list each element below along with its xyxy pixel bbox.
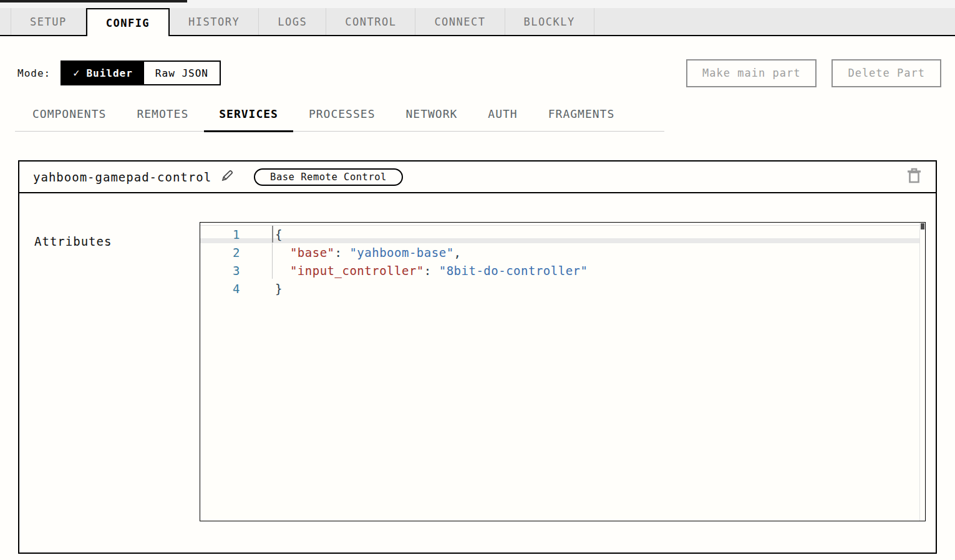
- edit-name-button[interactable]: [220, 169, 234, 185]
- config-page: { "colors": { "accent_black": "#000000",…: [0, 0, 955, 560]
- editor-scrollbar[interactable]: [919, 223, 925, 521]
- check-icon: ✓: [73, 67, 80, 79]
- code-text: "input_controller": "8bit-do-controller": [240, 262, 588, 280]
- tab-logs[interactable]: LOGS: [259, 8, 326, 35]
- config-tab-processes[interactable]: PROCESSES: [309, 107, 376, 131]
- delete-service-button[interactable]: [906, 167, 922, 186]
- code-text: }: [240, 280, 283, 298]
- config-tab-fragments[interactable]: FRAGMENTS: [548, 107, 615, 131]
- service-name: yahboom-gamepad-control: [33, 170, 211, 184]
- config-tab-services[interactable]: SERVICES: [204, 107, 293, 132]
- config-tab-network[interactable]: NETWORK: [405, 107, 457, 131]
- mode-row: Mode: ✓ Builder Raw JSON Make main part …: [17, 59, 941, 87]
- tab-history[interactable]: HISTORY: [170, 8, 259, 35]
- line-number: 1: [200, 226, 240, 244]
- mode-builder-option[interactable]: ✓ Builder: [62, 62, 144, 84]
- service-type-label: Base Remote Control: [270, 171, 387, 183]
- delete-part-button[interactable]: Delete Part: [831, 59, 941, 87]
- tab-control[interactable]: CONTROL: [326, 8, 415, 35]
- indent-guide: [272, 243, 273, 279]
- make-main-part-button[interactable]: Make main part: [686, 59, 817, 87]
- json-punct: ,: [454, 246, 462, 259]
- json-indent: [275, 264, 290, 278]
- code-text: {: [240, 226, 283, 244]
- tab-connect[interactable]: CONNECT: [415, 8, 505, 35]
- text-cursor: [272, 226, 273, 243]
- tab-setup[interactable]: SETUP: [11, 8, 86, 35]
- mode-raw-json-label: Raw JSON: [155, 67, 208, 79]
- json-value: "yahboom-base": [349, 246, 453, 259]
- editor-lines: 1 { 2 "base": "yahboom-base", 3 "input_c…: [200, 223, 925, 298]
- code-text: "base": "yahboom-base",: [240, 244, 462, 262]
- code-line: 3 "input_controller": "8bit-do-controlle…: [200, 262, 925, 280]
- code-line: 2 "base": "yahboom-base",: [200, 244, 925, 262]
- mode-label: Mode:: [17, 67, 51, 79]
- mode-raw-json-option[interactable]: Raw JSON: [144, 62, 220, 84]
- json-key: "base": [290, 246, 335, 259]
- line-number: 2: [200, 244, 240, 262]
- attributes-json-editor[interactable]: 1 { 2 "base": "yahboom-base", 3 "input_c…: [200, 222, 926, 521]
- config-tab-bar: COMPONENTS REMOTES SERVICES PROCESSES NE…: [15, 107, 664, 132]
- json-indent: [275, 246, 290, 259]
- json-key: "input_controller": [290, 264, 424, 278]
- scrollbar-thumb[interactable]: [921, 223, 924, 229]
- trash-icon: [906, 167, 922, 186]
- json-punct: :: [424, 264, 439, 278]
- service-card-body: Attributes 1 { 2 "base": "yahboom-base",…: [19, 193, 936, 553]
- line-number: 3: [200, 262, 240, 280]
- config-tab-remotes[interactable]: REMOTES: [137, 107, 188, 131]
- code-line: 1 {: [200, 226, 925, 244]
- config-tab-auth[interactable]: AUTH: [488, 107, 517, 131]
- json-punct: {: [275, 228, 283, 241]
- line-number: 4: [200, 280, 240, 298]
- mode-builder-label: Builder: [86, 67, 132, 79]
- service-card: yahboom-gamepad-control Base Remote Cont…: [18, 160, 937, 554]
- tab-blockly[interactable]: BLOCKLY: [505, 8, 594, 35]
- tab-config[interactable]: CONFIG: [86, 8, 170, 36]
- code-line: 4 }: [200, 280, 925, 298]
- attributes-label: Attributes: [34, 234, 112, 248]
- json-punct: }: [275, 282, 283, 296]
- main-tab-bar: SETUP CONFIG HISTORY LOGS CONTROL CONNEC…: [0, 8, 955, 36]
- top-accent-strip: [0, 0, 187, 2]
- service-type-badge: Base Remote Control: [254, 168, 403, 186]
- json-value: "8bit-do-controller": [439, 264, 588, 278]
- pencil-icon: [220, 169, 234, 185]
- config-tab-components[interactable]: COMPONENTS: [32, 107, 106, 131]
- service-card-header: yahboom-gamepad-control Base Remote Cont…: [19, 162, 936, 193]
- json-punct: :: [335, 246, 350, 259]
- mode-toggle: ✓ Builder Raw JSON: [61, 60, 221, 85]
